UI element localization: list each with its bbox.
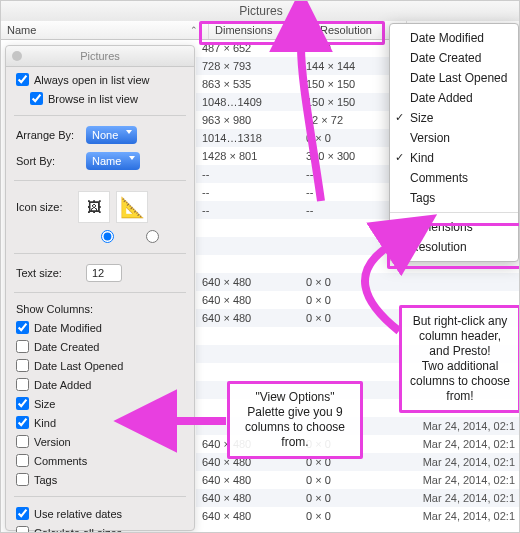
context-menu-item[interactable]: Date Last Opened — [390, 68, 518, 88]
cell-date: Mar 24, 2014, 02:1 — [392, 453, 520, 471]
context-menu-item[interactable]: Date Added — [390, 88, 518, 108]
palette-title-bar[interactable]: Pictures — [6, 46, 194, 67]
table-row[interactable]: 640 × 4800 × 0 — [196, 273, 520, 291]
column-header-name-label: Name — [7, 21, 36, 39]
cell-dimensions — [196, 363, 300, 381]
cell-dimensions — [196, 345, 300, 363]
cell-dimensions: 640 × 480 — [196, 273, 300, 291]
icon-size-small-radio[interactable] — [101, 230, 114, 243]
cell-resolution — [300, 237, 392, 255]
cell-resolution — [300, 327, 392, 345]
cell-resolution: 0 × 0 — [300, 471, 392, 489]
cell-dimensions: 1014…1318 — [196, 129, 300, 147]
cell-date: Mar 24, 2014, 02:1 — [392, 471, 520, 489]
use-relative-dates-checkbox[interactable]: Use relative dates — [16, 507, 184, 520]
cell-dimensions — [196, 327, 300, 345]
screenshot-root: Pictures Name ⌃ Dimensions Resolution 48… — [0, 0, 520, 533]
text-size-select[interactable]: 12 — [86, 264, 122, 282]
cell-dimensions: 1428 × 801 — [196, 147, 300, 165]
cell-dimensions — [196, 255, 300, 273]
cell-resolution: 0 × 0 — [300, 39, 392, 57]
cell-resolution: -- — [300, 165, 392, 183]
show-column-checkbox[interactable]: Tags — [16, 473, 184, 486]
cell-dimensions: 640 × 480 — [196, 291, 300, 309]
cell-dimensions: 728 × 793 — [196, 57, 300, 75]
cell-resolution: -- — [300, 201, 392, 219]
view-options-palette: Pictures Always open in list view Browse… — [5, 45, 195, 531]
show-column-checkbox[interactable]: Date Created — [16, 340, 184, 353]
icon-size-label: Icon size: — [16, 201, 78, 213]
show-column-checkbox[interactable]: Kind — [16, 416, 184, 429]
arrange-by-select[interactable]: None — [86, 126, 137, 144]
show-column-checkbox[interactable]: Date Modified — [16, 321, 184, 334]
icon-preview-small: 🖼 — [78, 191, 110, 223]
context-menu-item[interactable]: Size — [390, 108, 518, 128]
cell-date: Mar 24, 2014, 02:1 — [392, 489, 520, 507]
context-menu-item[interactable]: Date Created — [390, 48, 518, 68]
show-column-checkbox[interactable]: Date Last Opened — [16, 359, 184, 372]
cell-dimensions: -- — [196, 165, 300, 183]
column-context-menu: Date ModifiedDate CreatedDate Last Opene… — [389, 23, 519, 262]
context-menu-item[interactable]: Tags — [390, 188, 518, 208]
cell-dimensions: -- — [196, 201, 300, 219]
cell-resolution: -- — [300, 183, 392, 201]
cell-resolution — [300, 219, 392, 237]
table-row[interactable]: 640 × 4800 × 0Mar 24, 2014, 02:1 — [196, 507, 520, 525]
browse-checkbox[interactable]: Browse in list view — [30, 92, 184, 105]
palette-title: Pictures — [80, 50, 120, 62]
sort-by-label: Sort By: — [16, 155, 86, 167]
cell-dimensions: -- — [196, 183, 300, 201]
cell-resolution: 0 × 0 — [300, 273, 392, 291]
context-menu-item[interactable]: Resolution — [390, 237, 518, 257]
cell-dimensions: 640 × 480 — [196, 489, 300, 507]
cell-resolution: 72 × 72 — [300, 111, 392, 129]
icon-size-large-radio[interactable] — [146, 230, 159, 243]
cell-date: Mar 24, 2014, 02:1 — [392, 417, 520, 435]
sort-caret-icon: ⌃ — [190, 21, 198, 39]
close-icon[interactable] — [12, 51, 22, 61]
cell-dimensions: 963 × 980 — [196, 111, 300, 129]
context-menu-item[interactable]: Kind — [390, 148, 518, 168]
cell-resolution: 300 × 300 — [300, 147, 392, 165]
column-header-name[interactable]: Name ⌃ — [1, 21, 209, 39]
show-column-checkbox[interactable]: Comments — [16, 454, 184, 467]
icon-size-row: Icon size: 🖼 📐 — [16, 191, 184, 223]
cell-resolution: 0 × 0 — [300, 309, 392, 327]
cell-dimensions: 1048…1409 — [196, 93, 300, 111]
cell-resolution: 0 × 0 — [300, 129, 392, 147]
context-menu-item[interactable]: Dimensions — [390, 217, 518, 237]
show-column-checkbox[interactable]: Size — [16, 397, 184, 410]
table-row[interactable]: 640 × 4800 × 0Mar 24, 2014, 02:1 — [196, 489, 520, 507]
cell-resolution: 144 × 144 — [300, 57, 392, 75]
cell-resolution: 150 × 150 — [300, 75, 392, 93]
cell-date — [392, 273, 520, 291]
cell-resolution: 150 × 150 — [300, 93, 392, 111]
cell-resolution — [300, 363, 392, 381]
cell-resolution — [300, 255, 392, 273]
cell-resolution — [300, 345, 392, 363]
context-menu-item[interactable]: Date Modified — [390, 28, 518, 48]
cell-resolution: 0 × 0 — [300, 291, 392, 309]
context-menu-item[interactable]: Version — [390, 128, 518, 148]
cell-dimensions: 640 × 480 — [196, 471, 300, 489]
cell-resolution: 0 × 0 — [300, 489, 392, 507]
column-header-dimensions[interactable]: Dimensions — [209, 21, 314, 39]
cell-resolution: 0 × 0 — [300, 507, 392, 525]
icon-size-radio-group — [74, 227, 184, 243]
text-size-label: Text size: — [16, 267, 86, 279]
text-size-row: Text size: 12 — [16, 264, 184, 282]
always-open-checkbox[interactable]: Always open in list view — [16, 73, 184, 86]
cell-dimensions — [196, 219, 300, 237]
show-column-checkbox[interactable]: Date Added — [16, 378, 184, 391]
context-menu-item[interactable]: Comments — [390, 168, 518, 188]
icon-preview-large: 📐 — [116, 191, 148, 223]
show-column-checkbox[interactable]: Version — [16, 435, 184, 448]
cell-dimensions: 640 × 480 — [196, 309, 300, 327]
window-title: Pictures — [1, 1, 520, 22]
cell-dimensions: 487 × 652 — [196, 39, 300, 57]
annotation-right: But right-click any column header, and P… — [399, 305, 520, 413]
cell-date: Mar 24, 2014, 02:1 — [392, 435, 520, 453]
calculate-all-sizes-checkbox[interactable]: Calculate all sizes — [16, 526, 184, 533]
sort-by-select[interactable]: Name — [86, 152, 140, 170]
table-row[interactable]: 640 × 4800 × 0Mar 24, 2014, 02:1 — [196, 471, 520, 489]
